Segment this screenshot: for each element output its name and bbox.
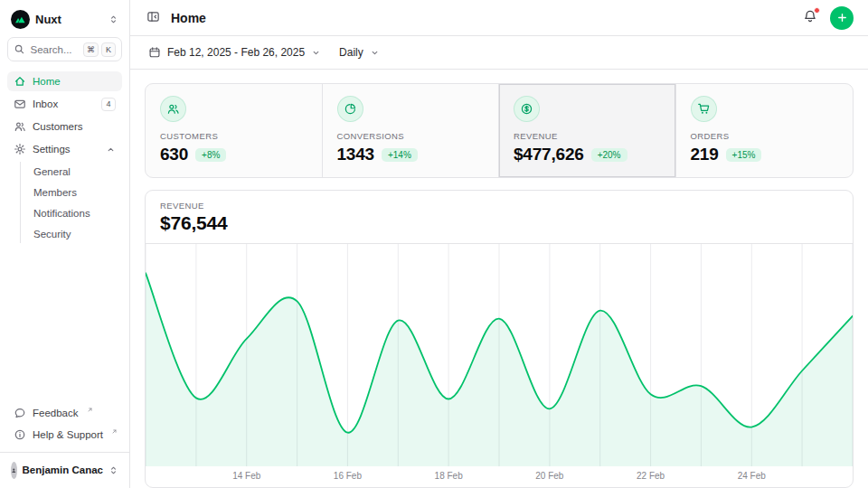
stat-value: 1343 (337, 145, 374, 164)
stat-card-revenue[interactable]: REVENUE$477,626+20% (499, 84, 676, 177)
header-right (801, 6, 854, 30)
chart-title: REVENUE (160, 201, 838, 211)
page-title: Home (171, 11, 206, 25)
dashboard-content: CUSTOMERS630+8%CONVERSIONS1343+14%REVENU… (130, 70, 868, 488)
kbd-cmd: ⌘ (83, 42, 99, 57)
message-icon (14, 407, 26, 419)
x-tick-label: 20 Feb (535, 471, 563, 481)
notifications-button[interactable] (801, 7, 819, 28)
sidebar-item-inbox[interactable]: Inbox4 (7, 94, 122, 114)
sidebar-user-section: Benjamin Canac (0, 452, 129, 481)
stat-label: REVENUE (514, 131, 558, 141)
x-tick-label: 18 Feb (435, 471, 463, 481)
sidebar-header: Nuxt (0, 0, 129, 33)
sidebar-link-feedback[interactable]: Feedback (7, 403, 122, 423)
user-menu[interactable]: Benjamin Canac (7, 459, 122, 481)
inbox-icon (14, 98, 26, 110)
sidebar-item-customers[interactable]: Customers (7, 117, 122, 136)
arrow-up-right-icon (87, 407, 93, 413)
arrow-up-right-icon (111, 428, 118, 435)
sidebar-subitem-members[interactable]: Members (21, 183, 122, 202)
stats-row: CUSTOMERS630+8%CONVERSIONS1343+14%REVENU… (145, 83, 854, 178)
stat-value: 630 (160, 145, 188, 164)
sidebar-subitem-general[interactable]: General (21, 162, 122, 181)
x-tick-label: 24 Feb (738, 471, 766, 481)
sidebar-link-label: Feedback (33, 408, 79, 418)
sidebar-item-home[interactable]: Home (7, 71, 122, 91)
search-input[interactable]: Search... ⌘ K (7, 37, 122, 61)
chevron-up-icon (106, 145, 116, 155)
sidebar-footer: FeedbackHelp & Support (0, 403, 129, 445)
x-tick-label: 22 Feb (637, 471, 665, 481)
kbd-k: K (101, 42, 116, 57)
sidebar-item-settings[interactable]: Settings (7, 139, 122, 159)
collapse-sidebar-button[interactable] (145, 8, 162, 28)
search-placeholder: Search... (31, 44, 72, 55)
cart-icon (691, 96, 717, 122)
stat-card-orders[interactable]: ORDERS219+15% (676, 84, 854, 177)
sidebar-link-label: Help & Support (33, 429, 103, 440)
nuxt-logo-icon (11, 10, 30, 29)
app-window: Nuxt Search... ⌘ K HomeInbox4CustomersSe… (0, 0, 868, 488)
chart-canvas[interactable] (146, 244, 853, 466)
gear-icon (14, 143, 26, 155)
period-select[interactable]: Daily (334, 42, 385, 62)
home-icon (14, 75, 26, 88)
main-area: Home Feb 12, 2025 - Feb 26, 2025 Daily (130, 0, 868, 488)
chart-pie-icon (337, 96, 363, 122)
chart-header: REVENUE $76,544 (146, 191, 853, 244)
revenue-area-chart[interactable]: 14 Feb16 Feb18 Feb20 Feb22 Feb24 Feb (146, 244, 853, 487)
panel-left-icon (146, 10, 160, 26)
chevron-down-icon (370, 48, 380, 58)
top-header: Home (130, 0, 868, 36)
workspace-switcher[interactable]: Nuxt (7, 7, 122, 31)
filters-toolbar: Feb 12, 2025 - Feb 26, 2025 Daily (130, 36, 868, 70)
circle-dollar-icon (514, 96, 540, 122)
sidebar-subitem-security[interactable]: Security (21, 224, 122, 243)
stat-delta-badge: +14% (382, 148, 418, 162)
stat-delta-badge: +15% (726, 148, 762, 162)
avatar (11, 462, 17, 479)
date-range-value: Feb 12, 2025 - Feb 26, 2025 (167, 46, 305, 59)
chart-x-axis: 14 Feb16 Feb18 Feb20 Feb22 Feb24 Feb (146, 466, 853, 487)
sidebar-spacer (0, 249, 129, 403)
chevrons-up-down-icon (108, 14, 118, 24)
stat-delta-badge: +20% (591, 148, 627, 162)
search-icon (14, 43, 25, 55)
stat-value: 219 (691, 145, 719, 164)
sidebar-item-label: Customers (33, 121, 83, 132)
stat-delta-badge: +8% (195, 148, 226, 162)
stat-card-customers[interactable]: CUSTOMERS630+8% (146, 84, 323, 177)
users-icon (14, 120, 26, 133)
chevron-down-icon (311, 48, 321, 58)
stat-label: CONVERSIONS (337, 131, 405, 141)
sidebar-item-label: Inbox (33, 99, 58, 109)
x-tick-label: 14 Feb (232, 471, 260, 481)
stat-value: $477,626 (514, 145, 584, 164)
sidebar-nav: HomeInbox4CustomersSettingsGeneralMember… (0, 65, 129, 249)
revenue-chart-card: REVENUE $76,544 14 Feb16 Feb18 Feb20 Feb… (145, 190, 854, 488)
settings-submenu: GeneralMembersNotificationsSecurity (20, 162, 122, 243)
chart-value: $76,544 (160, 212, 838, 234)
add-button[interactable] (830, 6, 854, 30)
search-shortcut: ⌘ K (83, 42, 116, 57)
chevrons-up-down-icon (108, 465, 118, 475)
stat-label: ORDERS (691, 131, 730, 141)
info-circle-icon (14, 428, 26, 441)
stat-label: CUSTOMERS (160, 131, 218, 141)
header-left: Home (145, 8, 206, 28)
sidebar-item-label: Settings (33, 144, 71, 155)
date-range-picker[interactable]: Feb 12, 2025 - Feb 26, 2025 (143, 42, 326, 62)
stat-card-conversions[interactable]: CONVERSIONS1343+14% (323, 84, 500, 177)
x-tick-label: 16 Feb (334, 471, 362, 481)
sidebar-subitem-notifications[interactable]: Notifications (21, 203, 122, 222)
plus-icon (836, 12, 848, 23)
inbox-count-badge: 4 (101, 98, 116, 111)
notification-dot (814, 7, 820, 14)
workspace-name: Nuxt (35, 13, 103, 26)
users-icon (160, 96, 186, 122)
sidebar-link-help-support[interactable]: Help & Support (7, 425, 122, 445)
user-name: Benjamin Canac (23, 465, 103, 475)
calendar-icon (148, 46, 161, 59)
period-value: Daily (339, 46, 363, 59)
